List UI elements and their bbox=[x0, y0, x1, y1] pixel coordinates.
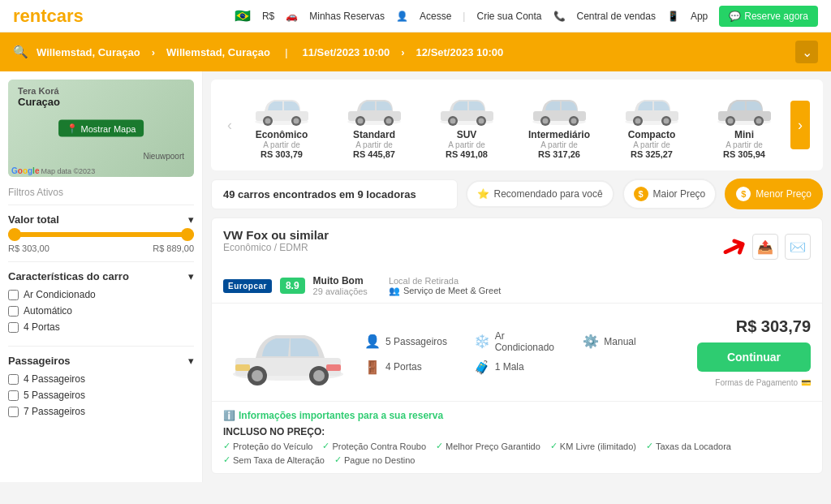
category-name: SUV bbox=[457, 129, 477, 140]
central-vendas-link[interactable]: Central de vendas bbox=[577, 11, 656, 22]
price-range-slider[interactable] bbox=[8, 232, 194, 237]
acesse-link[interactable]: Acesse bbox=[420, 11, 451, 22]
europcar-badge: Europcar bbox=[223, 279, 272, 293]
svg-rect-43 bbox=[326, 364, 341, 371]
carousel-next-button[interactable]: › bbox=[790, 101, 810, 149]
svg-point-11 bbox=[385, 118, 391, 123]
filtros-ativos-label: Filtros Ativos bbox=[8, 187, 194, 198]
star-icon: ⭐ bbox=[477, 188, 489, 200]
info-link[interactable]: ℹ️ Informações importantes para a sua re… bbox=[223, 410, 811, 421]
crie-conta-link[interactable]: Crie sua Conta bbox=[476, 11, 541, 22]
minhas-reservas-link[interactable]: Minhas Reservas bbox=[309, 11, 385, 22]
continue-button[interactable]: Continuar bbox=[697, 342, 811, 372]
checkbox-input[interactable] bbox=[8, 390, 19, 401]
checkbox-label: 4 Portas bbox=[24, 321, 60, 333]
checkbox-input[interactable] bbox=[8, 290, 19, 300]
passengers-label: 5 Passageiros bbox=[385, 336, 447, 347]
category-price: RS 491,08 bbox=[446, 149, 488, 159]
feature-doors: 🚪 4 Portas bbox=[364, 360, 467, 375]
checkbox-input[interactable] bbox=[8, 407, 19, 417]
svg-point-9 bbox=[357, 118, 363, 123]
sort-maior-label: Maior Preço bbox=[653, 188, 706, 200]
category-item[interactable]: Standard A partir de RS 445,87 bbox=[328, 88, 420, 162]
checkbox-input[interactable] bbox=[8, 374, 19, 385]
reserve-agora-button[interactable]: 💬 Reserve agora bbox=[719, 6, 818, 27]
category-from: A partir de bbox=[633, 140, 670, 149]
ac-icon: ❄️ bbox=[474, 334, 490, 349]
chevron-down-icon-pass: ▾ bbox=[188, 355, 194, 367]
range-values: R$ 303,00 R$ 889,00 bbox=[8, 243, 194, 253]
feature-passengers: 👤 5 Passageiros bbox=[364, 334, 467, 349]
svg-point-29 bbox=[663, 118, 669, 123]
incluso-item: ✓Proteção do Veículo bbox=[223, 441, 312, 451]
car-card-body: 👤 5 Passageiros ❄️ ArCondicionado ⚙️ Man… bbox=[212, 303, 822, 401]
car-info: VW Fox ou similar Econômico / EDMR bbox=[223, 228, 329, 253]
pin-icon: 📍 bbox=[67, 123, 78, 134]
user-icon: 👤 bbox=[396, 11, 408, 22]
results-count: 49 carros encontrados em 9 locadoras bbox=[211, 179, 458, 209]
incluso-item: ✓Sem Taxa de Alteração bbox=[223, 454, 325, 465]
svg-point-35 bbox=[756, 118, 761, 123]
logo[interactable]: rentcars bbox=[13, 6, 84, 27]
svg-point-15 bbox=[450, 118, 455, 123]
category-item[interactable]: Econômico A partir de RS 303,79 bbox=[235, 88, 328, 162]
sort-recomendado-label: Recomendado para você bbox=[494, 188, 603, 200]
carousel-prev-button[interactable]: ‹ bbox=[224, 117, 235, 134]
expand-button[interactable]: ⌄ bbox=[795, 41, 818, 63]
map-pin[interactable]: 📍 Mostrar Mapa bbox=[58, 120, 144, 137]
map-data-text: Map data ©2023 bbox=[41, 167, 95, 175]
chevron-down-icon-car: ▾ bbox=[188, 270, 194, 282]
feature-ac: ❄️ ArCondicionado bbox=[474, 330, 577, 353]
caracteristicas-header[interactable]: Características do carro ▾ bbox=[8, 270, 194, 282]
incluso-item-text: KM Livre (ilimitado) bbox=[560, 442, 636, 451]
category-price: RS 303,79 bbox=[260, 149, 303, 159]
car-image-svg bbox=[223, 316, 353, 389]
email-button[interactable]: ✉️ bbox=[785, 234, 811, 260]
date-from[interactable]: 11/Set/2023 10:00 bbox=[303, 46, 390, 58]
passageiros-header[interactable]: Passageiros ▾ bbox=[8, 355, 194, 367]
category-price: RS 317,26 bbox=[538, 149, 580, 159]
range-thumb-left[interactable] bbox=[8, 228, 21, 241]
category-name: Standard bbox=[353, 129, 395, 140]
reserve-agora-label: Reserve agora bbox=[744, 11, 808, 22]
checkbox-input[interactable] bbox=[8, 306, 19, 317]
category-item[interactable]: Mini A partir de RS 305,94 bbox=[698, 88, 790, 162]
location-from[interactable]: Willemstad, Curaçao bbox=[37, 46, 140, 58]
check-icon: ✓ bbox=[436, 441, 443, 451]
sort-menor-preco-button[interactable]: $ Menor Preço bbox=[725, 179, 823, 209]
share-button[interactable]: 📤 bbox=[752, 234, 778, 260]
car-name: VW Fox ou similar bbox=[223, 228, 329, 242]
checkbox-input[interactable] bbox=[8, 322, 19, 333]
rating-count: 29 avaliações bbox=[313, 286, 368, 296]
valor-total-header[interactable]: Valor total ▾ bbox=[8, 213, 194, 226]
sort-recomendado-button[interactable]: ⭐ Recomendado para você bbox=[466, 180, 614, 208]
sort-menor-label: Menor Preço bbox=[756, 188, 812, 200]
app-link[interactable]: App bbox=[691, 11, 708, 22]
doors-label: 4 Portas bbox=[385, 361, 422, 373]
sort-maior-preco-button[interactable]: $ Maior Preço bbox=[622, 179, 717, 209]
caracteristicas-list: Ar CondicionadoAutomático4 Portas bbox=[8, 289, 194, 333]
car-price-section: R$ 303,79 Continuar Formas de Pagamento … bbox=[697, 317, 811, 387]
car-image-container bbox=[223, 312, 353, 393]
checkbox-item: 7 Passageiros bbox=[8, 406, 194, 417]
car-features: 👤 5 Passageiros ❄️ ArCondicionado ⚙️ Man… bbox=[364, 330, 686, 375]
category-car-svg bbox=[714, 93, 775, 126]
svg-point-17 bbox=[478, 118, 484, 123]
category-item[interactable]: Intermediário A partir de RS 317,26 bbox=[513, 88, 605, 162]
category-item[interactable]: SUV A partir de RS 491,08 bbox=[420, 88, 513, 162]
dollar-icon-maior: $ bbox=[634, 187, 648, 201]
incluso-item-text: Melhor Preço Garantido bbox=[446, 442, 540, 451]
google-text: Google bbox=[11, 166, 39, 175]
category-car-img bbox=[434, 91, 499, 127]
map-pin-label: Mostrar Mapa bbox=[81, 123, 136, 133]
check-icon: ✓ bbox=[334, 454, 342, 465]
category-name: Econômico bbox=[256, 129, 308, 140]
doors-icon: 🚪 bbox=[364, 360, 381, 375]
rating-info: Muito Bom 29 avaliações bbox=[313, 275, 368, 296]
location-to[interactable]: Willemstad, Curaçao bbox=[166, 46, 270, 58]
range-thumb-right[interactable] bbox=[181, 228, 194, 241]
category-item[interactable]: Compacto A partir de RS 325,27 bbox=[605, 88, 698, 162]
svg-point-39 bbox=[252, 370, 263, 381]
caracteristicas-title: Características do carro bbox=[8, 270, 129, 282]
date-to[interactable]: 12/Set/2023 10:00 bbox=[416, 46, 504, 58]
